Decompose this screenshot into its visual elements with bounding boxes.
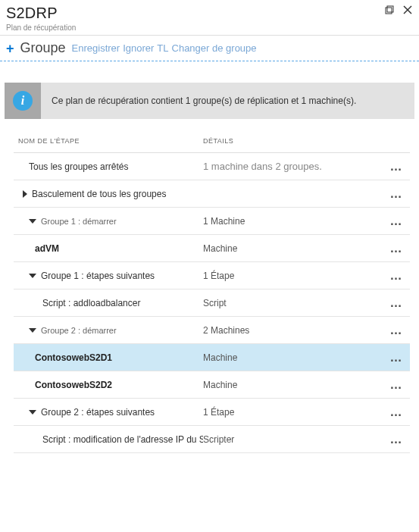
step-name: Script : addloadbalancer xyxy=(42,298,140,308)
info-banner: i Ce plan de récupération contient 1 gro… xyxy=(5,83,414,119)
step-name-cell: ContosowebS2D2 xyxy=(14,380,203,390)
info-text: Ce plan de récupération contient 1 group… xyxy=(41,95,367,106)
table-row[interactable]: Groupe 1 : démarrer1 Machine… xyxy=(14,208,410,235)
more-actions-button[interactable]: … xyxy=(383,378,410,392)
col-header-actions xyxy=(383,137,410,145)
table-row[interactable]: Groupe 2 : étapes suivantes1 Étape… xyxy=(14,399,410,426)
step-name-cell: Script : modification de l'adresse IP du… xyxy=(14,434,203,445)
more-actions-button[interactable]: … xyxy=(383,351,410,365)
step-name: Groupe 2 : démarrer xyxy=(41,326,117,335)
table-row[interactable]: Tous les groupes arrêtés1 machine dans 2… xyxy=(14,153,410,180)
table-row[interactable]: Basculement de tous les groupes… xyxy=(14,180,410,208)
info-icon-container: i xyxy=(5,83,41,119)
table-row[interactable]: ContosowebS2D2Machine… xyxy=(14,371,410,399)
step-name-cell: Script : addloadbalancer xyxy=(14,298,203,308)
table-row[interactable]: Groupe 1 : étapes suivantes1 Étape… xyxy=(14,262,410,289)
add-group-label[interactable]: Groupe xyxy=(20,40,66,56)
step-name: ContosowebS2D1 xyxy=(35,352,112,363)
steps-table: NOM DE L'ÉTAPE DÉTAILS Tous les groupes … xyxy=(0,119,419,453)
step-name-cell: Groupe 2 : démarrer xyxy=(14,326,203,335)
restore-icon[interactable] xyxy=(384,5,395,15)
step-name-cell: ContosowebS2D1 xyxy=(14,352,203,363)
step-name-cell: Tous les groupes arrêtés xyxy=(14,161,203,172)
step-details: 2 Machines xyxy=(203,325,383,336)
step-name: Groupe 2 : étapes suivantes xyxy=(41,407,155,418)
step-details: 1 Étape xyxy=(203,271,383,281)
step-details: 1 machine dans 2 groupes. xyxy=(203,161,383,172)
step-name: ContosowebS2D2 xyxy=(35,380,112,390)
window-controls xyxy=(384,5,413,15)
step-details: Machine xyxy=(203,352,383,363)
more-actions-button[interactable]: … xyxy=(383,160,410,174)
more-actions-button[interactable]: … xyxy=(383,214,410,228)
step-details: Scripter xyxy=(203,434,383,445)
table-row[interactable]: Groupe 2 : démarrer2 Machines… xyxy=(14,317,410,344)
toolbar: + Groupe Enregistrer Ignorer TL Changer … xyxy=(0,36,419,61)
close-icon[interactable] xyxy=(402,5,413,15)
more-actions-button[interactable]: … xyxy=(383,324,410,337)
step-name-cell: Basculement de tous les groupes xyxy=(14,189,203,199)
step-name-cell: Groupe 1 : démarrer xyxy=(14,217,203,226)
more-actions-button[interactable]: … xyxy=(383,242,410,255)
table-row[interactable]: adVMMachine… xyxy=(14,235,410,262)
ignore-button[interactable]: Ignorer xyxy=(123,42,154,54)
more-actions-button[interactable]: … xyxy=(383,269,410,283)
page-subtitle: Plan de récupération xyxy=(6,23,413,32)
col-header-name: NOM DE L'ÉTAPE xyxy=(14,137,203,145)
change-group-button[interactable]: Changer de groupe xyxy=(172,42,257,54)
table-row[interactable]: Script : modification de l'adresse IP du… xyxy=(14,426,410,453)
step-details: Machine xyxy=(203,380,383,390)
step-details: Machine xyxy=(203,243,383,254)
chevron-right-icon[interactable] xyxy=(23,190,27,198)
more-actions-button[interactable]: … xyxy=(383,405,410,419)
step-name: Script : modification de l'adresse IP du… xyxy=(42,434,203,445)
info-icon: i xyxy=(13,91,33,111)
window-header: S2DRP Plan de récupération xyxy=(0,0,419,36)
table-header: NOM DE L'ÉTAPE DÉTAILS xyxy=(14,137,410,153)
more-actions-button[interactable]: … xyxy=(383,296,410,310)
page-title: S2DRP xyxy=(6,5,413,22)
chevron-down-icon[interactable] xyxy=(29,219,36,224)
step-name-cell: Groupe 2 : étapes suivantes xyxy=(14,407,203,418)
step-name: Basculement de tous les groupes xyxy=(32,189,166,199)
step-name: Tous les groupes arrêtés xyxy=(29,161,128,172)
step-details: 1 Machine xyxy=(203,216,383,227)
more-actions-button[interactable]: … xyxy=(383,433,410,446)
tl-button[interactable]: TL xyxy=(157,42,168,54)
svg-rect-1 xyxy=(387,6,393,12)
step-name: Groupe 1 : étapes suivantes xyxy=(41,271,155,281)
step-name: adVM xyxy=(35,243,59,254)
svg-rect-0 xyxy=(386,8,392,14)
col-header-details: DÉTAILS xyxy=(203,137,383,145)
table-row[interactable]: Script : addloadbalancerScript… xyxy=(14,289,410,317)
plus-icon[interactable]: + xyxy=(6,42,14,55)
table-row[interactable]: ContosowebS2D1Machine… xyxy=(14,344,410,371)
step-details: Script xyxy=(203,298,383,308)
chevron-down-icon[interactable] xyxy=(29,274,36,278)
step-name-cell: Groupe 1 : étapes suivantes xyxy=(14,271,203,281)
save-button[interactable]: Enregistrer xyxy=(72,42,120,54)
chevron-down-icon[interactable] xyxy=(29,410,36,415)
chevron-down-icon[interactable] xyxy=(29,328,36,333)
more-actions-button[interactable]: … xyxy=(383,187,410,201)
step-name: Groupe 1 : démarrer xyxy=(41,217,117,226)
step-name-cell: adVM xyxy=(14,243,203,254)
step-details: 1 Étape xyxy=(203,407,383,418)
